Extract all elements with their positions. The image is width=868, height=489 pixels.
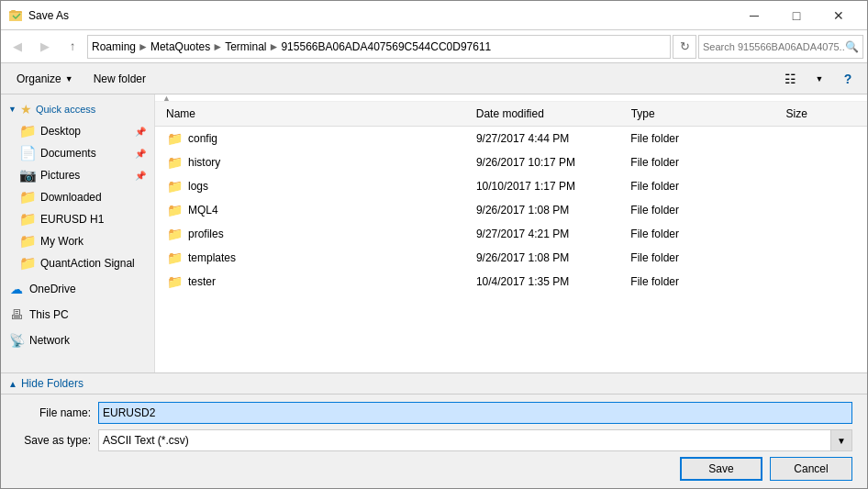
file-rows: 📁 config 9/27/2017 4:44 PM File folder 📁… xyxy=(155,127,867,294)
col-header-size[interactable]: Size xyxy=(783,104,860,124)
documents-folder-icon: 📄 xyxy=(20,146,35,161)
pin-icon: 📌 xyxy=(135,127,146,137)
file-list-container: ▲ Name Date modified Type Size 📁 xyxy=(155,94,867,372)
col-size-label: Size xyxy=(786,107,807,120)
network-section: 📡 Network xyxy=(1,329,154,351)
svg-rect-2 xyxy=(11,10,16,13)
file-cell-size xyxy=(782,271,859,293)
col-header-name[interactable]: Name xyxy=(162,104,473,124)
file-cell-type: File folder xyxy=(627,223,781,245)
table-row[interactable]: 📁 logs 10/10/2017 1:17 PM File folder xyxy=(155,174,867,198)
sidebar-item-thispc[interactable]: 🖶 This PC xyxy=(1,304,154,326)
eurusd-folder-icon: 📁 xyxy=(20,212,35,227)
table-row[interactable]: 📁 profiles 9/27/2017 4:21 PM File folder xyxy=(155,222,867,246)
search-icon: 🔍 xyxy=(845,40,859,53)
sidebar-item-mywork[interactable]: 📁 My Work xyxy=(1,230,154,252)
file-cell-type: File folder xyxy=(627,128,781,150)
sidebar-item-onedrive-label: OneDrive xyxy=(29,283,76,295)
sidebar-item-quantaction[interactable]: 📁 QuantAction Signal xyxy=(1,252,154,274)
maximize-button[interactable]: □ xyxy=(775,1,818,30)
title-bar: Save As ─ □ ✕ xyxy=(1,1,867,30)
sidebar-item-thispc-label: This PC xyxy=(29,308,69,321)
file-cell-size xyxy=(782,128,859,150)
minimize-button[interactable]: ─ xyxy=(733,1,775,30)
col-header-type[interactable]: Type xyxy=(628,104,783,124)
file-cell-type: File folder xyxy=(627,151,781,173)
breadcrumb-item: Terminal xyxy=(225,40,266,53)
table-row[interactable]: 📁 history 9/26/2017 10:17 PM File folder xyxy=(155,150,867,174)
sidebar-item-onedrive[interactable]: ☁ OneDrive xyxy=(1,278,154,300)
sidebar-item-pictures[interactable]: 📷 Pictures 📌 xyxy=(1,164,154,186)
desktop-folder-icon: 📁 xyxy=(20,124,35,139)
view-dropdown-chevron-icon: ▼ xyxy=(816,74,824,83)
help-button[interactable]: ? xyxy=(836,67,860,91)
back-button[interactable]: ◀ xyxy=(5,34,30,60)
hide-folders-label: Hide Folders xyxy=(21,377,83,390)
main-content: ▼ ★ Quick access 📁 Desktop 📌 📄 Documents… xyxy=(1,94,867,372)
breadcrumb[interactable]: Roaming ► MetaQuotes ► Terminal ► 915566… xyxy=(87,35,671,59)
organize-label: Organize xyxy=(17,72,61,85)
file-cell-size xyxy=(782,247,859,269)
button-row: Save Cancel xyxy=(16,457,852,481)
quick-access-label: Quick access xyxy=(36,104,95,115)
sidebar: ▼ ★ Quick access 📁 Desktop 📌 📄 Documents… xyxy=(1,94,155,372)
file-cell-name: 📁 config xyxy=(163,128,473,150)
organize-chevron-icon: ▼ xyxy=(65,74,73,83)
search-input[interactable] xyxy=(703,41,845,52)
up-button[interactable]: ↑ xyxy=(60,34,85,60)
table-row[interactable]: 📁 MQL4 9/26/2017 1:08 PM File folder xyxy=(155,198,867,222)
network-icon: 📡 xyxy=(9,333,24,348)
search-box[interactable]: 🔍 xyxy=(698,35,863,59)
sidebar-item-mywork-label: My Work xyxy=(40,235,83,248)
table-row[interactable]: 📁 config 9/27/2017 4:44 PM File folder xyxy=(155,127,867,150)
file-cell-size xyxy=(782,223,859,245)
sidebar-item-documents-label: Documents xyxy=(40,147,96,160)
pin-icon: 📌 xyxy=(135,149,146,159)
filename-row: File name: xyxy=(16,402,852,424)
quick-access-header[interactable]: ▼ ★ Quick access xyxy=(1,98,154,120)
sidebar-item-eurusd[interactable]: 📁 EURUSD H1 xyxy=(1,208,154,230)
file-cell-date: 9/26/2017 10:17 PM xyxy=(473,151,627,173)
table-row[interactable]: 📁 tester 10/4/2017 1:35 PM File folder xyxy=(155,270,867,294)
sidebar-item-desktop[interactable]: 📁 Desktop 📌 xyxy=(1,120,154,142)
dialog-icon xyxy=(8,8,23,23)
save-as-dialog: Save As ─ □ ✕ ◀ ▶ ↑ Roaming ► MetaQuotes… xyxy=(0,0,868,489)
file-cell-name: 📁 MQL4 xyxy=(163,199,473,221)
hide-folders-row[interactable]: ▲ Hide Folders xyxy=(1,372,867,394)
cancel-button[interactable]: Cancel xyxy=(770,457,852,481)
save-button[interactable]: Save xyxy=(680,457,762,481)
organize-button[interactable]: Organize ▼ xyxy=(8,67,82,91)
file-cell-date: 10/4/2017 1:35 PM xyxy=(473,271,627,293)
sidebar-item-downloaded-label: Downloaded xyxy=(40,191,102,204)
file-cell-size xyxy=(782,151,859,173)
refresh-button[interactable]: ↻ xyxy=(673,35,696,59)
view-options-button[interactable]: ☷ xyxy=(777,67,803,91)
file-list-header: Name Date modified Type Size xyxy=(155,102,867,127)
file-cell-date: 10/10/2017 1:17 PM xyxy=(473,175,627,197)
close-button[interactable]: ✕ xyxy=(818,1,860,30)
view-icon: ☷ xyxy=(785,72,796,86)
file-cell-size xyxy=(782,199,859,221)
filename-input[interactable] xyxy=(98,402,852,424)
file-cell-name: 📁 tester xyxy=(163,271,473,293)
view-dropdown-button[interactable]: ▼ xyxy=(807,67,832,91)
col-date-label: Date modified xyxy=(476,107,544,120)
table-row[interactable]: 📁 templates 9/26/2017 1:08 PM File folde… xyxy=(155,246,867,270)
forward-button[interactable]: ▶ xyxy=(32,34,58,60)
breadcrumb-item: MetaQuotes xyxy=(150,40,210,53)
sidebar-item-downloaded[interactable]: 📁 Downloaded xyxy=(1,186,154,208)
file-cell-date: 9/27/2017 4:44 PM xyxy=(473,128,627,150)
sidebar-item-network[interactable]: 📡 Network xyxy=(1,329,154,351)
title-bar-buttons: ─ □ ✕ xyxy=(733,1,860,30)
savetype-select[interactable]: ASCII Text (*.csv) xyxy=(98,429,852,451)
dialog-title: Save As xyxy=(28,9,733,22)
downloaded-folder-icon: 📁 xyxy=(20,190,35,205)
sidebar-item-documents[interactable]: 📄 Documents 📌 xyxy=(1,142,154,164)
sidebar-item-quantaction-label: QuantAction Signal xyxy=(40,257,135,270)
folder-icon: 📁 xyxy=(167,203,183,217)
thispc-icon: 🖶 xyxy=(9,307,24,322)
col-header-date[interactable]: Date modified xyxy=(473,104,628,124)
new-folder-button[interactable]: New folder xyxy=(85,67,154,91)
sidebar-item-pictures-label: Pictures xyxy=(40,169,80,182)
thispc-section: 🖶 This PC xyxy=(1,304,154,326)
